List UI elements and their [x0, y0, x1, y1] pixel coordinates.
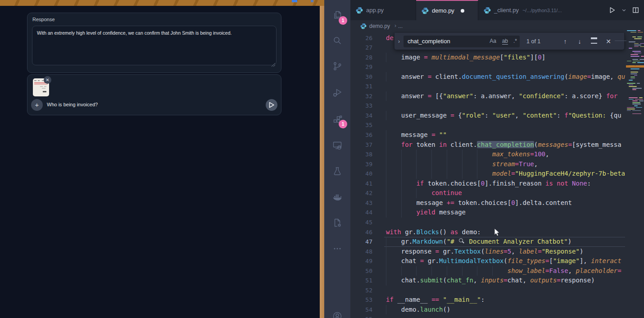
python-icon [360, 23, 367, 29]
explorer-badge: 1 [339, 16, 347, 25]
thumb-line [42, 88, 45, 89]
code-line[interactable]: 36 message = "" [350, 130, 625, 140]
screen: Response With an extremely high level of… [0, 0, 644, 318]
activity-bar: 1 1 [324, 0, 350, 318]
gradio-app-window: Response With an extremely high level of… [0, 6, 320, 318]
plus-icon: + [35, 101, 39, 109]
python-icon [356, 7, 363, 14]
thumb-line [40, 86, 43, 87]
breadcrumb-file[interactable]: demo.py [369, 23, 390, 29]
code-line[interactable]: 45 [350, 218, 625, 227]
tab-app-py[interactable]: app.py [350, 0, 416, 20]
python-icon [422, 7, 429, 14]
minimap[interactable] [626, 20, 644, 318]
close-icon: ✕ [45, 77, 49, 82]
multimodal-input-block: ✕ + Who is being invoiced? [27, 74, 281, 115]
more-actions-icon[interactable] [332, 243, 343, 254]
whole-word-icon[interactable]: ab [502, 38, 508, 45]
code-line[interactable]: 39 stream=True, [350, 159, 625, 169]
code-line[interactable]: 30 answer = client.document_question_ans… [350, 72, 625, 82]
find-next-icon[interactable]: ↓ [576, 38, 583, 45]
thumb-line [34, 84, 48, 85]
chat-question-text[interactable]: Who is being invoiced? [47, 102, 98, 107]
code-line[interactable]: 37 for token in client.chat_completion(m… [350, 140, 625, 150]
code-line[interactable]: 31 [350, 82, 625, 91]
regex-icon[interactable]: .* [513, 38, 517, 44]
python-icon [484, 7, 491, 14]
code-line[interactable]: 53if __name__ == "__main__": [350, 295, 625, 305]
mouse-cursor [494, 228, 500, 237]
code-line[interactable]: 47 gr.Markdown("# Document Analyzer Chat… [350, 237, 625, 247]
run-debug-icon[interactable] [332, 87, 343, 98]
code-line[interactable]: 42 continue [350, 188, 625, 198]
code-line[interactable]: 41 if token.choices[0].finish_reason is … [350, 179, 625, 189]
desktop-wallpaper-strip [320, 6, 324, 318]
testing-icon[interactable] [332, 166, 343, 177]
editor-actions [604, 0, 644, 20]
find-input-wrap: Aa ab .* [404, 36, 520, 47]
breadcrumb-separator-icon: › [395, 23, 396, 29]
account-icon[interactable] [332, 311, 343, 318]
wallpaper-speck [292, 0, 297, 2]
desktop-wallpaper-top [0, 0, 324, 6]
tab-demo-py[interactable]: demo.py [416, 0, 478, 20]
tab-client-py[interactable]: _client.py ~/.../python3.11/... [478, 0, 604, 20]
run-button-icon[interactable] [608, 6, 616, 14]
response-textarea[interactable]: With an extremely high level of confiden… [32, 26, 277, 65]
find-previous-icon[interactable]: ↑ [562, 38, 569, 45]
tab-label: _client.py [494, 7, 519, 14]
code-line[interactable]: 35 [350, 120, 625, 130]
thumb-line [44, 86, 46, 87]
tab-description: ~/.../python3.11/... [522, 8, 562, 13]
code-line[interactable]: 40 model="HuggingFaceH4/zephyr-7b-beta [350, 169, 625, 179]
code-line[interactable]: 28 image = multimodal_message["files"][0… [350, 53, 625, 63]
split-editor-icon[interactable] [632, 6, 639, 14]
find-toggle-replace-icon[interactable]: › [395, 38, 404, 45]
breadcrumb-more[interactable]: ... [398, 23, 403, 29]
chat-input-row: + Who is being invoiced? [31, 98, 277, 112]
find-widget-sash[interactable] [615, 41, 626, 41]
vscode-window: 26de2728 image = multimodal_message["fil… [324, 0, 644, 318]
code-line[interactable]: 51 chat.submit(chat_fn, inputs=chat, out… [350, 276, 625, 286]
code-line[interactable]: 29 [350, 62, 625, 72]
breadcrumb: demo.py › ... [350, 20, 644, 32]
code-line[interactable]: 49 chat = gr.MultimodalTextbox(file_type… [350, 256, 625, 266]
response-label: Response [32, 17, 55, 22]
tab-label: demo.py [432, 7, 454, 14]
add-file-button[interactable]: + [31, 99, 43, 111]
code-line[interactable]: 38 max_tokens=100, [350, 150, 625, 159]
code-line[interactable]: 46with gr.Blocks() as demo: [350, 227, 625, 237]
source-control-icon[interactable] [332, 61, 343, 72]
send-button[interactable] [266, 99, 277, 111]
code-line[interactable]: 54 demo.launch() [350, 305, 625, 315]
unsaved-dot-icon[interactable] [461, 9, 464, 13]
thumb-line [43, 91, 46, 92]
extensions-badge: 1 [339, 120, 347, 128]
find-input[interactable] [404, 36, 488, 47]
code-line[interactable]: 32 answer = [{"answer": a.answer, "confi… [350, 91, 625, 101]
remove-attachment-button[interactable]: ✕ [44, 76, 51, 84]
thumb-line [34, 80, 36, 81]
code-line[interactable]: 55 [350, 314, 625, 318]
code-line[interactable]: 48 response = gr.Textbox(lines=5, label=… [350, 247, 625, 257]
code-line[interactable]: 43 message += token.choices[0].delta.con… [350, 198, 625, 208]
code-line[interactable]: 44 yield message [350, 208, 625, 218]
chevron-down-icon[interactable] [621, 8, 626, 13]
response-block: Response With an extremely high level of… [27, 13, 281, 73]
search-icon[interactable] [332, 35, 343, 46]
find-widget: › Aa ab .* 1 of 1 ↑ ↓ ✕ [394, 33, 625, 50]
find-in-selection-icon[interactable] [590, 37, 598, 45]
match-case-icon[interactable]: Aa [490, 38, 496, 44]
docker-icon[interactable] [332, 191, 343, 202]
snippets-file-icon[interactable] [332, 218, 343, 228]
code-line[interactable]: 33 [350, 101, 625, 111]
code-line[interactable]: 34 user_message = {"role": "user", "cont… [350, 111, 625, 121]
wallpaper-speck [311, 0, 313, 2]
tab-label: app.py [366, 7, 384, 14]
find-close-icon[interactable]: ✕ [605, 38, 612, 45]
resize-handle-icon[interactable] [272, 63, 275, 67]
code-line[interactable]: 52 [350, 286, 625, 295]
remote-explorer-icon[interactable] [332, 140, 343, 151]
thumb-line [38, 80, 40, 81]
code-line[interactable]: 50 show_label=False, placeholder= [350, 266, 625, 276]
